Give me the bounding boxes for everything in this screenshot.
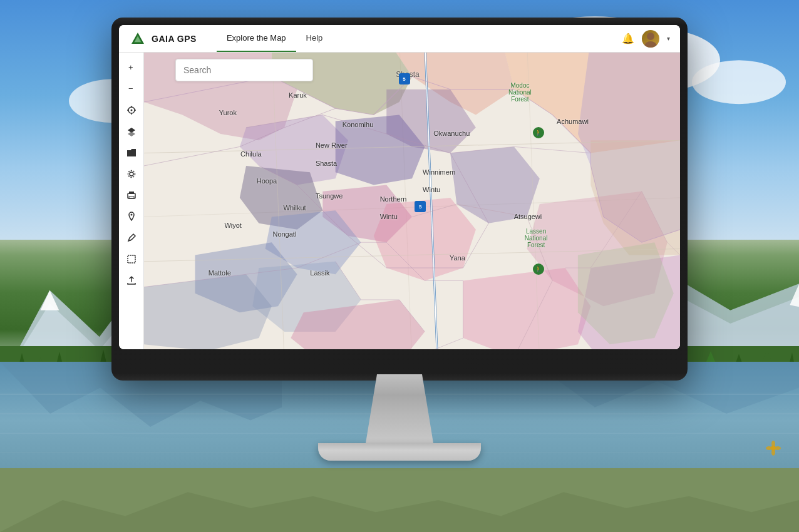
search-input[interactable]: [175, 59, 313, 81]
svg-text:+: +: [128, 63, 133, 72]
imac-display: GAIA GPS Explore the Map Help 🔔: [111, 18, 688, 443]
svg-point-71: [644, 41, 657, 48]
avatar[interactable]: [642, 30, 659, 48]
nav-help[interactable]: Help: [296, 25, 333, 52]
locate-button[interactable]: [121, 100, 142, 120]
svg-rect-89: [128, 255, 135, 263]
svg-marker-18: [790, 284, 799, 307]
interstate-badge-mid: 5: [415, 201, 426, 212]
search-container: [175, 59, 313, 81]
settings-button[interactable]: [121, 164, 142, 184]
modoc-park-icon: 🚶: [533, 127, 544, 138]
svg-point-62: [771, 441, 775, 447]
pin-button[interactable]: [121, 207, 142, 227]
chevron-down-icon[interactable]: ▾: [667, 35, 670, 42]
svg-point-82: [130, 172, 133, 176]
flower-decoration: [764, 439, 783, 458]
svg-point-87: [130, 214, 132, 216]
folder-button[interactable]: [121, 143, 142, 163]
print-button[interactable]: [121, 185, 142, 205]
navbar: GAIA GPS Explore the Map Help 🔔: [119, 25, 680, 53]
svg-rect-85: [129, 192, 134, 194]
logo-area: GAIA GPS: [129, 30, 197, 48]
layers-button[interactable]: [121, 121, 142, 141]
nav-explore[interactable]: Explore the Map: [217, 25, 296, 52]
imac-stand-neck: [362, 374, 437, 443]
ground: [0, 468, 799, 532]
imac-body: GAIA GPS Explore the Map Help 🔔: [111, 18, 688, 381]
logo-icon: [129, 30, 147, 48]
svg-marker-12: [41, 290, 59, 310]
svg-point-65: [775, 446, 781, 450]
svg-text:−: −: [128, 84, 133, 93]
app-ui: GAIA GPS Explore the Map Help 🔔: [119, 25, 680, 349]
select-button[interactable]: [121, 249, 142, 269]
bell-icon[interactable]: 🔔: [622, 33, 634, 44]
svg-point-64: [766, 446, 772, 450]
svg-point-75: [130, 110, 132, 111]
svg-point-83: [128, 171, 135, 178]
svg-marker-81: [128, 131, 135, 136]
upload-button[interactable]: [121, 270, 142, 290]
zoom-out-button[interactable]: −: [121, 79, 142, 99]
toolbar: + −: [119, 53, 144, 349]
navbar-right: 🔔 ▾: [622, 30, 670, 48]
draw-button[interactable]: [121, 228, 142, 248]
svg-rect-86: [129, 197, 134, 198]
svg-point-70: [647, 33, 654, 40]
logo-text: GAIA GPS: [152, 34, 197, 44]
map-svg: [144, 53, 680, 349]
svg-point-63: [771, 449, 775, 456]
main-area: + −: [119, 53, 680, 349]
imac-screen-bezel: GAIA GPS Explore the Map Help 🔔: [119, 25, 680, 349]
nav-links: Explore the Map Help: [217, 25, 332, 52]
imac-stand-base: [318, 443, 481, 461]
zoom-in-button[interactable]: +: [121, 58, 142, 78]
map-area[interactable]: Shasta Karuk Yurok Konomihu Chilula New …: [144, 53, 680, 349]
interstate-badge-top: 5: [399, 73, 410, 84]
lassen-park-icon: 🚶: [533, 263, 544, 275]
